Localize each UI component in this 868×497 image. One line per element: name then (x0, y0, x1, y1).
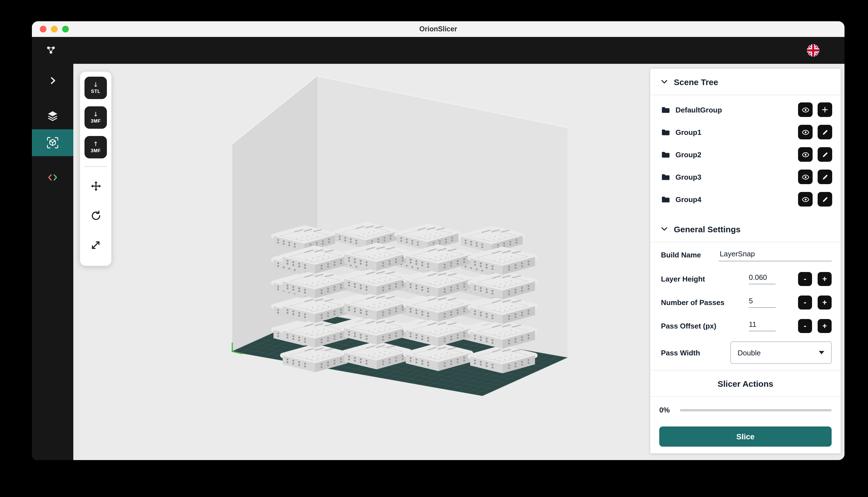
pass-offset-decrement-button[interactable]: - (798, 319, 812, 333)
visibility-toggle-button[interactable] (798, 125, 813, 139)
pencil-icon (821, 173, 828, 181)
scale-tool-button[interactable] (85, 234, 107, 256)
eye-icon (801, 105, 810, 114)
settings-panel: Scene Tree DefaultGroup Group1 (650, 69, 841, 453)
layer-height-label: Layer Height (661, 274, 749, 283)
app-window: OrionSlicer (32, 21, 844, 460)
model-stack[interactable] (344, 245, 409, 369)
chevron-down-icon (660, 225, 668, 233)
pass-offset-value[interactable]: 11 (749, 320, 775, 331)
folder-icon (661, 105, 670, 114)
screen: OrionSlicer (0, 0, 868, 497)
build-name-row: Build Name (650, 242, 841, 267)
sidebar (32, 64, 73, 460)
download-stl-button[interactable]: ↓ STL (85, 77, 107, 99)
slicer-actions-title: Slicer Actions (650, 370, 841, 397)
folder-icon (661, 195, 670, 204)
tree-row-group1[interactable]: Group1 (650, 121, 841, 143)
passes-decrement-button[interactable]: - (798, 295, 812, 309)
group-label: DefaultGroup (675, 105, 798, 114)
progress-bar (680, 409, 831, 411)
chevron-down-icon (660, 78, 668, 86)
pass-width-value: Double (738, 349, 819, 357)
tree-row-defaultgroup[interactable]: DefaultGroup (650, 99, 841, 121)
visibility-toggle-button[interactable] (798, 102, 813, 117)
model-stack[interactable] (406, 247, 471, 371)
slice-button[interactable]: Slice (659, 426, 831, 446)
pass-offset-row: Pass Offset (px) 11 - + (650, 314, 841, 338)
tree-row-group4[interactable]: Group4 (650, 188, 841, 211)
layer-height-row: Layer Height 0.060 - + (650, 267, 841, 290)
edit-group-button[interactable] (817, 192, 832, 207)
edit-group-button[interactable] (817, 125, 832, 139)
titlebar: OrionSlicer (32, 21, 844, 37)
toolbar-divider (85, 166, 107, 167)
edit-group-button[interactable] (817, 147, 832, 162)
eye-icon (801, 128, 810, 136)
layer-height-increment-button[interactable]: + (817, 272, 831, 286)
tree-row-group2[interactable]: Group2 (650, 143, 841, 166)
scene-tree-list: DefaultGroup Group1 Group2 (650, 95, 841, 211)
chevron-right-icon (48, 76, 57, 85)
group-label: Group2 (675, 150, 798, 159)
progress-percent-label: 0% (659, 406, 670, 414)
upload-3mf-button[interactable]: ↑ 3MF (85, 136, 107, 158)
folder-icon (661, 127, 670, 137)
tree-row-group3[interactable]: Group3 (650, 166, 841, 188)
pencil-icon (821, 128, 828, 136)
dropdown-caret-icon (819, 351, 824, 354)
sidebar-item-code[interactable] (32, 164, 73, 191)
visibility-toggle-button[interactable] (798, 147, 813, 162)
model-stack[interactable] (283, 248, 347, 372)
group-label: Group3 (675, 173, 798, 181)
layer-height-decrement-button[interactable]: - (798, 272, 812, 286)
number-of-passes-label: Number of Passes (661, 298, 749, 307)
window-title: OrionSlicer (32, 21, 844, 37)
rotate-icon (90, 210, 102, 221)
download-3mf-button[interactable]: ↓ 3MF (85, 106, 107, 129)
pencil-icon (821, 196, 828, 203)
scene-tree-header[interactable]: Scene Tree (650, 69, 841, 95)
visibility-toggle-button[interactable] (798, 192, 813, 207)
eye-icon (801, 173, 810, 181)
general-settings-title: General Settings (674, 224, 740, 234)
slicer-actions-section: Slicer Actions 0% Slice (650, 370, 841, 453)
edit-group-button[interactable] (817, 170, 832, 184)
layer-height-value[interactable]: 0.060 (749, 273, 775, 284)
pass-offset-increment-button[interactable]: + (817, 319, 831, 333)
pass-width-label: Pass Width (661, 349, 730, 357)
language-uk-flag-icon[interactable] (807, 44, 820, 57)
rotate-tool-button[interactable] (85, 204, 107, 227)
viewport-3d[interactable]: ↓ STL ↓ 3MF ↑ 3MF (73, 64, 844, 460)
arrow-down-icon: ↓ (93, 111, 98, 117)
number-of-passes-row: Number of Passes 5 - + (650, 290, 841, 314)
scale-expand-icon (90, 240, 101, 251)
visibility-toggle-button[interactable] (798, 170, 813, 184)
app-logo-icon (45, 45, 57, 56)
slice-progress-row: 0% (659, 406, 831, 414)
sidebar-item-layers[interactable] (32, 102, 73, 129)
viewer-toolbar: ↓ STL ↓ 3MF ↑ 3MF (80, 72, 111, 266)
general-settings-header[interactable]: General Settings (650, 216, 841, 242)
pass-width-row: Pass Width Double (650, 338, 841, 368)
code-icon (46, 171, 59, 184)
arrow-down-icon: ↓ (93, 82, 98, 88)
plus-icon (821, 106, 829, 114)
group-label: Group4 (675, 195, 798, 203)
group-label: Group1 (675, 128, 798, 136)
move-icon (90, 180, 102, 192)
arrow-up-icon: ↑ (93, 141, 98, 147)
sidebar-collapse-toggle[interactable] (32, 67, 73, 94)
build-name-label: Build Name (661, 251, 718, 259)
sidebar-item-slicer[interactable] (32, 129, 73, 156)
add-group-button[interactable] (817, 102, 832, 117)
eye-icon (801, 150, 810, 159)
scene-tree-title: Scene Tree (674, 77, 718, 86)
model-stack[interactable] (470, 249, 535, 373)
build-name-input[interactable] (718, 248, 831, 261)
number-of-passes-value[interactable]: 5 (749, 297, 775, 308)
passes-increment-button[interactable]: + (817, 295, 831, 309)
cube-select-icon (46, 136, 59, 150)
move-tool-button[interactable] (85, 175, 107, 197)
pass-width-select[interactable]: Double (730, 341, 831, 364)
